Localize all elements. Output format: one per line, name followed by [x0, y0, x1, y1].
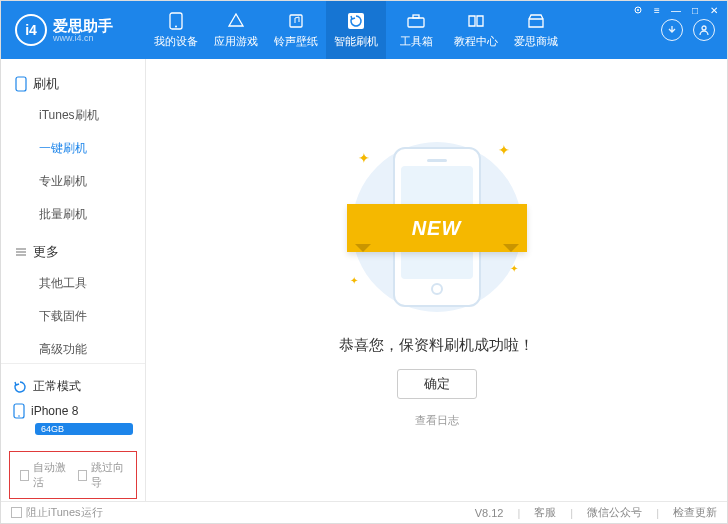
- tab-my-device[interactable]: 我的设备: [146, 1, 206, 59]
- wechat-link[interactable]: 微信公众号: [587, 505, 642, 520]
- brand-name: 爱思助手: [53, 18, 113, 33]
- maximize-button[interactable]: □: [686, 3, 704, 17]
- svg-rect-4: [290, 15, 302, 27]
- tab-label: 爱思商城: [514, 34, 558, 49]
- svg-rect-6: [408, 18, 424, 27]
- logo-icon: i4: [15, 14, 47, 46]
- header: ≡ — □ ✕ i4 爱思助手 www.i4.cn 我的设备 应用游戏 铃声壁纸…: [1, 1, 727, 59]
- sparkle-icon: ✦: [510, 263, 518, 274]
- block-itunes-checkbox[interactable]: 阻止iTunes运行: [11, 505, 103, 520]
- user-button[interactable]: [693, 19, 715, 41]
- tab-label: 教程中心: [454, 34, 498, 49]
- sidebar-item-oneclick-flash[interactable]: 一键刷机: [1, 132, 145, 165]
- sidebar-item-pro-flash[interactable]: 专业刷机: [1, 165, 145, 198]
- toolbox-icon: [407, 12, 425, 30]
- music-icon: [287, 12, 305, 30]
- storage-badge: 64GB: [35, 423, 133, 435]
- tab-ringtones[interactable]: 铃声壁纸: [266, 1, 326, 59]
- nav-tabs: 我的设备 应用游戏 铃声壁纸 智能刷机 工具箱 教程中心 爱思商城: [146, 1, 661, 59]
- sidebar-item-batch-flash[interactable]: 批量刷机: [1, 198, 145, 231]
- window-controls: ≡ — □ ✕: [629, 3, 723, 17]
- menu-icon[interactable]: ≡: [648, 3, 666, 17]
- checkbox-label: 跳过向导: [91, 460, 126, 490]
- tab-tutorials[interactable]: 教程中心: [446, 1, 506, 59]
- tab-label: 应用游戏: [214, 34, 258, 49]
- ok-button[interactable]: 确定: [397, 369, 477, 399]
- support-link[interactable]: 客服: [534, 505, 556, 520]
- refresh-icon: [13, 380, 27, 394]
- tab-apps[interactable]: 应用游戏: [206, 1, 266, 59]
- header-actions: [661, 19, 727, 41]
- checkbox-icon: [78, 470, 87, 481]
- tab-label: 铃声壁纸: [274, 34, 318, 49]
- device-mode[interactable]: 正常模式: [13, 374, 133, 399]
- auto-activate-checkbox[interactable]: 自动激活: [20, 460, 68, 490]
- tab-label: 我的设备: [154, 34, 198, 49]
- svg-rect-9: [16, 77, 26, 91]
- svg-point-14: [18, 415, 20, 417]
- sidebar-group-flash: 刷机: [1, 69, 145, 99]
- more-icon: [15, 246, 27, 258]
- phone-icon: [15, 76, 27, 92]
- svg-point-1: [637, 9, 639, 11]
- download-button[interactable]: [661, 19, 683, 41]
- logo[interactable]: i4 爱思助手 www.i4.cn: [1, 14, 146, 46]
- new-ribbon: NEW: [347, 204, 527, 252]
- shop-icon: [527, 12, 545, 30]
- phone-icon: [13, 403, 25, 419]
- settings-icon[interactable]: [629, 3, 647, 17]
- group-title: 更多: [33, 243, 59, 261]
- tab-toolbox[interactable]: 工具箱: [386, 1, 446, 59]
- tab-label: 工具箱: [400, 34, 433, 49]
- checkbox-icon: [11, 507, 22, 518]
- tab-smart-flash[interactable]: 智能刷机: [326, 1, 386, 59]
- sidebar-item-advanced[interactable]: 高级功能: [1, 333, 145, 363]
- checkbox-icon: [20, 470, 29, 481]
- view-log-link[interactable]: 查看日志: [415, 413, 459, 428]
- sidebar-item-other-tools[interactable]: 其他工具: [1, 267, 145, 300]
- sidebar-item-download-firmware[interactable]: 下载固件: [1, 300, 145, 333]
- apps-icon: [227, 12, 245, 30]
- tab-label: 智能刷机: [334, 34, 378, 49]
- svg-rect-7: [413, 15, 419, 18]
- success-message: 恭喜您，保资料刷机成功啦！: [339, 336, 534, 355]
- checkbox-label: 阻止iTunes运行: [26, 505, 103, 520]
- mode-label: 正常模式: [33, 378, 81, 395]
- sidebar: 刷机 iTunes刷机 一键刷机 专业刷机 批量刷机 更多 其他工具 下载固件 …: [1, 59, 146, 501]
- svg-point-3: [175, 25, 177, 27]
- check-update-link[interactable]: 检查更新: [673, 505, 717, 520]
- footer: 阻止iTunes运行 V8.12 | 客服 | 微信公众号 | 检查更新: [1, 501, 727, 523]
- main-panel: ✦ ✦ ✦ ✦ NEW 恭喜您，保资料刷机成功啦！ 确定 查看日志: [146, 59, 727, 501]
- highlighted-options: 自动激活 跳过向导: [9, 451, 137, 499]
- version-label: V8.12: [475, 507, 504, 519]
- device-name: iPhone 8: [31, 404, 78, 418]
- refresh-icon: [347, 12, 365, 30]
- minimize-button[interactable]: —: [667, 3, 685, 17]
- book-icon: [467, 12, 485, 30]
- sparkle-icon: ✦: [350, 275, 358, 286]
- group-title: 刷机: [33, 75, 59, 93]
- phone-icon: [167, 12, 185, 30]
- checkbox-label: 自动激活: [33, 460, 68, 490]
- sparkle-icon: ✦: [498, 142, 510, 158]
- tab-store[interactable]: 爱思商城: [506, 1, 566, 59]
- skip-wizard-checkbox[interactable]: 跳过向导: [78, 460, 126, 490]
- close-button[interactable]: ✕: [705, 3, 723, 17]
- brand-url: www.i4.cn: [53, 33, 113, 43]
- success-illustration: ✦ ✦ ✦ ✦ NEW: [332, 132, 542, 322]
- device-info[interactable]: iPhone 8: [13, 399, 133, 423]
- sidebar-group-more: 更多: [1, 237, 145, 267]
- svg-point-8: [702, 26, 706, 30]
- sidebar-item-itunes-flash[interactable]: iTunes刷机: [1, 99, 145, 132]
- sparkle-icon: ✦: [358, 150, 370, 166]
